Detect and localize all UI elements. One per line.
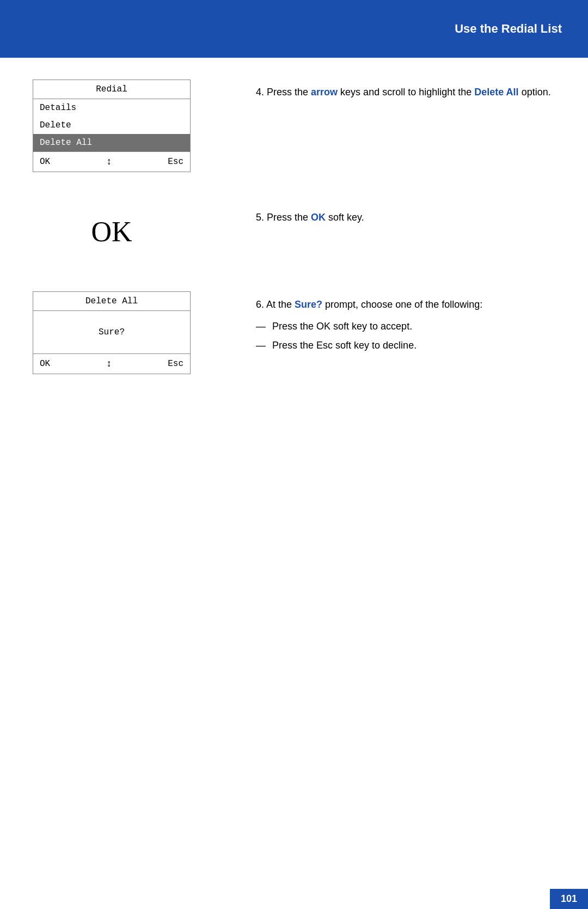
- step-6-soft-key-arrow-icon: ↕: [106, 358, 112, 369]
- step-5-ok-keyword: OK: [311, 212, 326, 223]
- step-5-number: 5.: [256, 212, 264, 223]
- step-6-text: 6. At the Sure? prompt, choose one of th…: [256, 297, 555, 313]
- bullet-2-after: soft key to decline.: [333, 340, 416, 351]
- step-5-row: OK 5. Press the OK soft key.: [33, 205, 555, 259]
- phone-ui-title: Redial: [33, 80, 190, 99]
- bullet-2-text: Press the Esc soft key to decline.: [272, 338, 416, 353]
- bullet-1-ok-key: OK: [316, 321, 330, 332]
- bullet-2: — Press the Esc soft key to decline.: [256, 338, 555, 353]
- step-6-soft-key-esc: Esc: [168, 359, 183, 369]
- step-5-text: 5. Press the OK soft key.: [256, 210, 555, 225]
- step-5-left: OK: [33, 205, 234, 259]
- step-6-phone-ui: Delete All Sure? OK ↕ Esc: [33, 291, 191, 374]
- header-title: Use the Redial List: [455, 22, 562, 36]
- step-6-text-after: prompt, choose one of the following:: [322, 299, 482, 310]
- bullet-1-dash: —: [256, 319, 266, 334]
- step-6-right: 6. At the Sure? prompt, choose one of th…: [256, 291, 555, 357]
- step-4-text: 4. Press the arrow keys and scroll to hi…: [256, 85, 555, 100]
- ok-large-display: OK: [33, 205, 191, 259]
- content-area: Redial Details Delete Delete All OK ↕ Es…: [0, 58, 588, 440]
- step-4-delete-all-keyword: Delete All: [474, 87, 518, 97]
- bullet-2-before: Press the: [272, 340, 316, 351]
- bullet-1: — Press the OK soft key to accept.: [256, 319, 555, 334]
- step-4-right: 4. Press the arrow keys and scroll to hi…: [256, 80, 555, 100]
- bullet-1-before: Press the: [272, 321, 316, 332]
- menu-item-details: Details: [33, 99, 190, 117]
- soft-key-ok: OK: [40, 157, 50, 167]
- step-6-sure-keyword: Sure?: [295, 299, 322, 310]
- step-6-soft-key-ok: OK: [40, 359, 50, 369]
- step-6-number: 6.: [256, 299, 264, 310]
- step-5-text-before: Press the: [267, 212, 311, 223]
- step-4-text-mid: keys and scroll to highlight the: [338, 87, 474, 97]
- step-4-left: Redial Details Delete Delete All OK ↕ Es…: [33, 80, 234, 172]
- bullet-1-after: soft key to accept.: [330, 321, 412, 332]
- bullet-1-text: Press the OK soft key to accept.: [272, 319, 412, 334]
- step-6-bullet-list: — Press the OK soft key to accept. — Pre…: [256, 319, 555, 353]
- step-5-right: 5. Press the OK soft key.: [256, 205, 555, 225]
- page-number: 101: [550, 889, 588, 909]
- step-5-text-after: soft key.: [326, 212, 364, 223]
- soft-key-esc: Esc: [168, 157, 183, 167]
- step-6-text-before: At the: [266, 299, 295, 310]
- menu-item-delete: Delete: [33, 117, 190, 134]
- delete-all-body: Sure?: [33, 311, 190, 353]
- bullet-2-dash: —: [256, 338, 266, 353]
- step-4-number: 4.: [256, 87, 264, 97]
- step-4-phone-ui: Redial Details Delete Delete All OK ↕ Es…: [33, 80, 191, 172]
- step-6-soft-keys: OK ↕ Esc: [33, 353, 190, 374]
- delete-all-title: Delete All: [33, 292, 190, 311]
- bullet-2-esc-key: Esc: [316, 340, 333, 351]
- footer: 101: [0, 889, 588, 909]
- step-4-text-after: option.: [519, 87, 551, 97]
- step-4-row: Redial Details Delete Delete All OK ↕ Es…: [33, 80, 555, 172]
- menu-item-delete-all: Delete All: [33, 134, 190, 151]
- step-6-row: Delete All Sure? OK ↕ Esc 6. At the Sure…: [33, 291, 555, 374]
- step-4-soft-keys: OK ↕ Esc: [33, 151, 190, 172]
- step-4-arrow-keyword: arrow: [311, 87, 338, 97]
- step-6-left: Delete All Sure? OK ↕ Esc: [33, 291, 234, 374]
- header-bar: Use the Redial List: [0, 0, 588, 58]
- soft-key-arrow-icon: ↕: [106, 156, 112, 167]
- step-4-text-before: Press the: [267, 87, 311, 97]
